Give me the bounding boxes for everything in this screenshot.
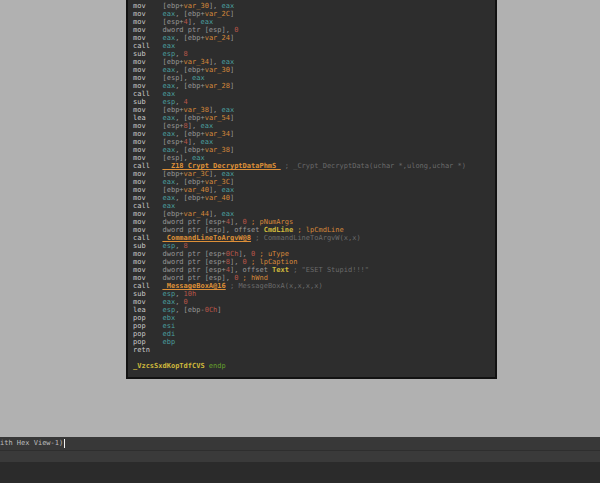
asm-line[interactable]: sub esp, 10h <box>133 290 495 298</box>
asm-line[interactable]: mov dword ptr [esp+8], 0 ; lpCaption <box>133 258 495 266</box>
asm-line[interactable]: mov eax, [ebp+var_40] <box>133 194 495 202</box>
asm-line[interactable]: mov dword ptr [esp+4], 0 ; pNumArgs <box>133 218 495 226</box>
disassembly-view[interactable]: mov [ebp+var_30], eaxmov eax, [ebp+var_2… <box>126 0 497 379</box>
stack-var-token[interactable]: var_34 <box>184 58 209 66</box>
register-token[interactable]: eax <box>163 178 176 186</box>
asm-line[interactable]: mov [ebp+var_38], eax <box>133 106 495 114</box>
register-token[interactable]: esp <box>163 242 176 250</box>
stack-var-token[interactable]: var_40 <box>184 186 209 194</box>
asm-line[interactable]: mov [esp], eax <box>133 74 495 82</box>
asm-line[interactable]: call eax <box>133 42 495 50</box>
asm-line[interactable]: mov [ebp+var_44], eax <box>133 210 495 218</box>
register-token[interactable]: eax <box>163 66 176 74</box>
asm-line[interactable]: mov [esp+8], eax <box>133 122 495 130</box>
asm-line[interactable]: sub esp, 8 <box>133 242 495 250</box>
asm-line[interactable]: mov [esp+4], eax <box>133 18 495 26</box>
asm-line[interactable]: mov [ebp+var_30], eax <box>133 2 495 10</box>
stack-var-token[interactable]: var_34 <box>205 130 230 138</box>
register-token[interactable]: ebp <box>163 338 176 346</box>
stack-var-token[interactable]: var_3C <box>184 170 209 178</box>
register-token[interactable]: eax <box>222 106 235 114</box>
asm-line[interactable]: pop ebp <box>133 338 495 346</box>
stack-var-token[interactable]: var_40 <box>205 194 230 202</box>
register-token[interactable]: esp <box>163 306 176 314</box>
function-name-token[interactable]: _CommandLineToArgvW@8 <box>163 234 252 242</box>
register-token[interactable]: eax <box>192 74 205 82</box>
asm-line[interactable]: mov eax, 0 <box>133 298 495 306</box>
register-token[interactable]: esp <box>163 50 176 58</box>
register-token[interactable]: eax <box>192 154 205 162</box>
register-token[interactable]: eax <box>200 18 213 26</box>
stack-var-token[interactable]: var_28 <box>205 82 230 90</box>
function-name-token[interactable]: _MessageBoxA@16 <box>163 282 226 290</box>
register-token[interactable]: eax <box>163 114 176 122</box>
function-name-token[interactable]: __Z18_Crypt_DecryptDataPhmS_ <box>163 162 281 170</box>
asm-line[interactable]: mov eax, [ebp+var_30] <box>133 66 495 74</box>
stack-var-token[interactable]: var_38 <box>184 106 209 114</box>
stack-var-token[interactable]: var_38 <box>205 146 230 154</box>
register-token[interactable]: eax <box>200 122 213 130</box>
asm-line[interactable]: sub esp, 8 <box>133 50 495 58</box>
register-token[interactable]: eax <box>163 194 176 202</box>
register-token[interactable]: esp <box>163 290 176 298</box>
asm-line[interactable]: mov eax, [ebp+var_34] <box>133 130 495 138</box>
output-window-line[interactable]: ith Hex View-1) <box>0 437 600 450</box>
data-name-token[interactable]: _VzcsSxdKopTdfCVS <box>133 362 205 370</box>
stack-var-token[interactable]: var_54 <box>205 114 230 122</box>
register-token[interactable]: eax <box>163 42 176 50</box>
asm-line[interactable]: mov dword ptr [esp], 0 <box>133 26 495 34</box>
asm-line[interactable]: call _MessageBoxA@16 ; MessageBoxA(x,x,x… <box>133 282 495 290</box>
asm-line[interactable]: _VzcsSxdKopTdfCVS endp <box>133 362 495 370</box>
asm-line[interactable]: mov eax, [ebp+var_24] <box>133 34 495 42</box>
register-token[interactable]: eax <box>222 170 235 178</box>
asm-line[interactable]: mov dword ptr [esp], 0 ; hWnd <box>133 274 495 282</box>
register-token[interactable]: eax <box>163 34 176 42</box>
register-token[interactable]: eax <box>163 202 176 210</box>
stack-var-token[interactable]: var_24 <box>205 34 230 42</box>
register-token[interactable]: eax <box>222 210 235 218</box>
register-token[interactable]: ebx <box>163 314 176 322</box>
stack-var-token[interactable]: var_2C <box>205 10 230 18</box>
asm-line[interactable]: sub esp, 4 <box>133 98 495 106</box>
register-token[interactable]: eax <box>200 138 213 146</box>
asm-line[interactable]: mov [ebp+var_40], eax <box>133 186 495 194</box>
asm-line[interactable]: mov eax, [ebp+var_28] <box>133 82 495 90</box>
asm-line[interactable]: call eax <box>133 202 495 210</box>
data-name-token[interactable]: Text <box>272 266 289 274</box>
asm-line[interactable]: mov [ebp+var_34], eax <box>133 58 495 66</box>
asm-line[interactable]: mov [esp], eax <box>133 154 495 162</box>
register-token[interactable]: eax <box>163 298 176 306</box>
register-token[interactable]: eax <box>163 130 176 138</box>
stack-var-token[interactable]: var_3C <box>205 178 230 186</box>
register-token[interactable]: esi <box>163 322 176 330</box>
register-token[interactable]: eax <box>163 82 176 90</box>
data-name-token[interactable]: CmdLine <box>264 226 294 234</box>
asm-line[interactable]: mov dword ptr [esp+4], offset Text ; "ES… <box>133 266 495 274</box>
stack-var-token[interactable]: var_30 <box>205 66 230 74</box>
register-token[interactable]: eax <box>222 58 235 66</box>
asm-line[interactable]: retn <box>133 346 495 354</box>
asm-line[interactable] <box>133 354 495 362</box>
register-token[interactable]: eax <box>163 10 176 18</box>
asm-line[interactable]: mov [esp+4], eax <box>133 138 495 146</box>
asm-line[interactable]: mov dword ptr [esp], offset CmdLine ; lp… <box>133 226 495 234</box>
register-token[interactable]: eax <box>222 186 235 194</box>
asm-line[interactable]: mov dword ptr [esp+0Ch], 0 ; uType <box>133 250 495 258</box>
register-token[interactable]: eax <box>163 90 176 98</box>
asm-line[interactable]: call eax <box>133 90 495 98</box>
asm-line[interactable]: mov eax, [ebp+var_38] <box>133 146 495 154</box>
register-token[interactable]: eax <box>222 2 235 10</box>
asm-line[interactable]: call _CommandLineToArgvW@8 ; CommandLine… <box>133 234 495 242</box>
register-token[interactable]: eax <box>163 146 176 154</box>
register-token[interactable]: edi <box>163 330 176 338</box>
asm-line[interactable]: mov eax, [ebp+var_3C] <box>133 178 495 186</box>
register-token[interactable]: esp <box>163 98 176 106</box>
asm-line[interactable]: pop edi <box>133 330 495 338</box>
stack-var-token[interactable]: var_44 <box>184 210 209 218</box>
asm-line[interactable]: pop esi <box>133 322 495 330</box>
stack-var-token[interactable]: var_30 <box>184 2 209 10</box>
asm-line[interactable]: lea eax, [ebp+var_54] <box>133 114 495 122</box>
asm-line[interactable]: lea esp, [ebp-0Ch] <box>133 306 495 314</box>
asm-line[interactable]: mov [ebp+var_3C], eax <box>133 170 495 178</box>
command-line-area[interactable] <box>0 450 600 462</box>
